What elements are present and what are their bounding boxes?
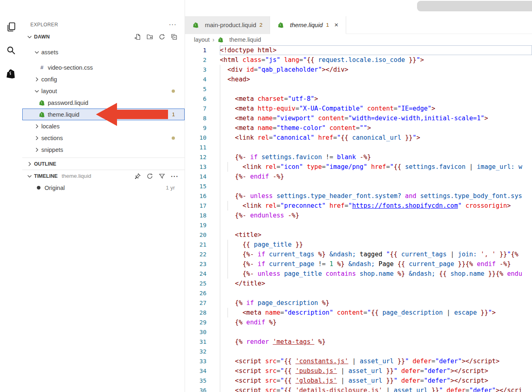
line-number[interactable]: 12 bbox=[185, 152, 220, 162]
code-line[interactable]: 13 <link rel="icon" type="image/png" hre… bbox=[185, 162, 532, 172]
line-number[interactable]: 31 bbox=[185, 337, 220, 347]
code-line[interactable]: 2<html class="js" lang="{{ request.local… bbox=[185, 55, 532, 65]
code-line[interactable]: 17 <link rel="preconnect" href="https://… bbox=[185, 201, 532, 211]
code-line-content[interactable]: <script src="{{ 'global.js' | asset_url … bbox=[220, 376, 532, 386]
code-line[interactable]: 14 {%- endif -%} bbox=[185, 172, 532, 181]
code-line[interactable]: 12 {%- if settings.favicon != blank -%} bbox=[185, 152, 532, 162]
refresh-icon[interactable] bbox=[147, 173, 153, 179]
more-actions-icon[interactable]: ··· bbox=[169, 21, 177, 28]
code-line[interactable]: 16 {%- unless settings.type_header_font.… bbox=[185, 191, 532, 201]
line-number[interactable]: 30 bbox=[185, 327, 220, 337]
line-number[interactable]: 21 bbox=[185, 240, 220, 249]
code-line[interactable]: 9 <meta name="theme-color" content=""> bbox=[185, 123, 532, 133]
code-line-content[interactable]: {%- unless page_title contains shop.name… bbox=[220, 269, 532, 279]
code-line-content[interactable]: {%- if current_page != 1 %} &ndash; Page… bbox=[220, 259, 532, 269]
code-line-content[interactable]: <script src="{{ 'details-disclosure.js' … bbox=[220, 386, 532, 392]
code-line-content[interactable]: <!doctype html> bbox=[220, 45, 532, 55]
code-line-content[interactable]: <script src="{{ 'constants.js' | asset_u… bbox=[220, 356, 532, 366]
code-line-content[interactable]: <meta name="viewport" content="width=dev… bbox=[220, 113, 532, 123]
code-line[interactable]: 27 {% if page_description %} bbox=[185, 298, 532, 308]
code-line[interactable]: 1<!doctype html> bbox=[185, 45, 532, 55]
code-line[interactable]: 36 <script src="{{ 'details-disclosure.j… bbox=[185, 386, 532, 392]
line-number[interactable]: 2 bbox=[185, 55, 220, 65]
code-line-content[interactable]: <head> bbox=[220, 75, 532, 84]
code-line[interactable]: 22 {%- if current_tags %} &ndash; tagged… bbox=[185, 249, 532, 259]
line-number[interactable]: 26 bbox=[185, 288, 220, 298]
code-line-content[interactable]: </title> bbox=[220, 279, 532, 288]
code-line[interactable]: 26 bbox=[185, 288, 532, 298]
line-number[interactable]: 15 bbox=[185, 181, 220, 191]
code-line[interactable]: 18 {%- endunless -%} bbox=[185, 211, 532, 220]
search-icon[interactable] bbox=[6, 45, 17, 56]
code-line-content[interactable] bbox=[220, 220, 532, 230]
code-line-content[interactable] bbox=[220, 347, 532, 356]
breadcrumb-file[interactable]: theme.liquid bbox=[230, 36, 261, 43]
code-line[interactable]: 7 <meta http-equiv="X-UA-Compatible" con… bbox=[185, 104, 532, 113]
line-number[interactable]: 13 bbox=[185, 162, 220, 172]
line-number[interactable]: 20 bbox=[185, 230, 220, 240]
code-line[interactable]: 8 <meta name="viewport" content="width=d… bbox=[185, 113, 532, 123]
code-line[interactable]: 34 <script src="{{ 'pubsub.js' | asset_u… bbox=[185, 366, 532, 376]
code-line[interactable]: 21 {{ page_title }} bbox=[185, 240, 532, 249]
code-line[interactable]: 11 bbox=[185, 143, 532, 152]
code-line[interactable]: 33 <script src="{{ 'constants.js' | asse… bbox=[185, 356, 532, 366]
line-number[interactable]: 23 bbox=[185, 259, 220, 269]
line-number[interactable]: 5 bbox=[185, 84, 220, 94]
tab-main-product.liquid[interactable]: main-product.liquid 2 bbox=[185, 16, 270, 34]
code-line-content[interactable]: {%- endif -%} bbox=[220, 172, 532, 181]
timeline-section-header[interactable]: TIMELINE theme.liquid ··· bbox=[22, 170, 185, 182]
line-number[interactable]: 8 bbox=[185, 113, 220, 123]
code-line-content[interactable]: <link rel="canonical" href="{{ canonical… bbox=[220, 133, 532, 143]
code-line-content[interactable]: <script src="{{ 'pubsub.js' | asset_url … bbox=[220, 366, 532, 376]
code-line-content[interactable] bbox=[220, 181, 532, 191]
code-line-content[interactable]: <link rel="icon" type="image/png" href="… bbox=[220, 162, 532, 172]
explorer-icon[interactable] bbox=[6, 21, 17, 32]
code-line-content[interactable] bbox=[220, 84, 532, 94]
code-line[interactable]: 25 </title> bbox=[185, 279, 532, 288]
line-number[interactable]: 35 bbox=[185, 376, 220, 386]
line-number[interactable]: 24 bbox=[185, 269, 220, 279]
code-line[interactable]: 10 <link rel="canonical" href="{{ canoni… bbox=[185, 133, 532, 143]
code-line-content[interactable] bbox=[220, 327, 532, 337]
tree-item-config[interactable]: config bbox=[22, 73, 185, 85]
close-tab-icon[interactable]: × bbox=[334, 21, 338, 29]
collapse-all-icon[interactable] bbox=[171, 34, 177, 40]
code-line-content[interactable]: {% render 'meta-tags' %} bbox=[220, 337, 532, 347]
line-number[interactable]: 9 bbox=[185, 123, 220, 133]
code-line-content[interactable]: {%- if current_tags %} &ndash; tagged "{… bbox=[220, 249, 532, 259]
tree-item-snippets[interactable]: snippets bbox=[22, 144, 185, 156]
code-line-content[interactable]: {%- unless settings.type_header_font.sys… bbox=[220, 191, 532, 201]
line-number[interactable]: 33 bbox=[185, 356, 220, 366]
new-file-icon[interactable] bbox=[134, 34, 141, 40]
tab-theme.liquid[interactable]: theme.liquid 1× bbox=[270, 16, 346, 34]
code-line-content[interactable]: <meta name="theme-color" content=""> bbox=[220, 123, 532, 133]
code-line[interactable]: 31 {% render 'meta-tags' %} bbox=[185, 337, 532, 347]
code-line-content[interactable]: <meta charset="utf-8"> bbox=[220, 94, 532, 104]
tree-item-layout[interactable]: layout bbox=[22, 85, 185, 97]
code-line[interactable]: 6 <meta charset="utf-8"> bbox=[185, 94, 532, 104]
line-number[interactable]: 14 bbox=[185, 172, 220, 181]
code-line-content[interactable]: <link rel="preconnect" href="https://fon… bbox=[220, 201, 532, 211]
tree-item-assets[interactable]: assets bbox=[22, 46, 185, 58]
line-number[interactable]: 29 bbox=[185, 317, 220, 327]
code-line[interactable]: 20 <title> bbox=[185, 230, 532, 240]
shopify-icon[interactable] bbox=[6, 68, 17, 79]
new-folder-icon[interactable] bbox=[147, 34, 153, 40]
line-number[interactable]: 3 bbox=[185, 65, 220, 75]
code-line-content[interactable]: <html class="js" lang="{{ request.locale… bbox=[220, 55, 532, 65]
line-number[interactable]: 1 bbox=[185, 45, 220, 55]
breadcrumb-folder[interactable]: layout bbox=[194, 36, 210, 43]
line-number[interactable]: 7 bbox=[185, 104, 220, 113]
line-number[interactable]: 19 bbox=[185, 220, 220, 230]
code-line[interactable]: 24 {%- unless page_title contains shop.n… bbox=[185, 269, 532, 279]
line-number[interactable]: 34 bbox=[185, 366, 220, 376]
code-line[interactable]: 29 {% endif %} bbox=[185, 317, 532, 327]
code-line[interactable]: 4 <head> bbox=[185, 75, 532, 84]
code-line-content[interactable]: <meta http-equiv="X-UA-Compatible" conte… bbox=[220, 104, 532, 113]
code-line-content[interactable]: <div id="qab_placeholder"></div> bbox=[220, 65, 532, 75]
tree-item-video-section.css[interactable]: #video-section.css bbox=[22, 62, 185, 73]
tree-item-sections[interactable]: sections bbox=[22, 132, 185, 144]
code-line-content[interactable]: {%- if settings.favicon != blank -%} bbox=[220, 152, 532, 162]
code-line[interactable]: 5 bbox=[185, 84, 532, 94]
line-number[interactable]: 17 bbox=[185, 201, 220, 211]
